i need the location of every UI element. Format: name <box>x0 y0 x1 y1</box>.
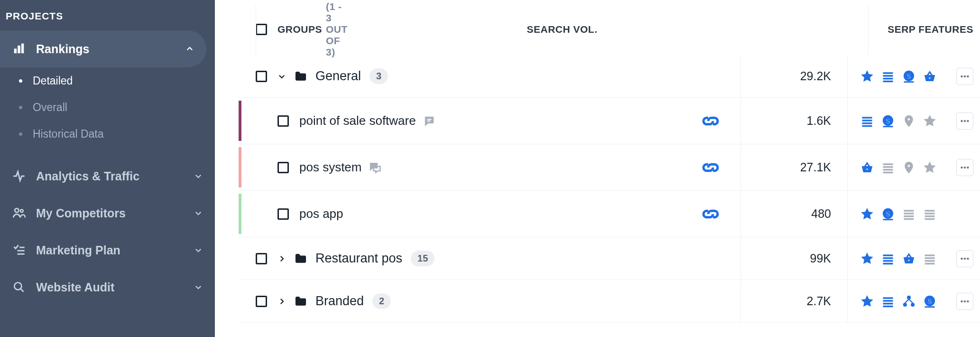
row-checkbox[interactable] <box>256 296 267 307</box>
cell-search-vol: 29.2K <box>740 55 847 97</box>
sidebar-item-label: Rankings <box>36 42 90 56</box>
lines-icon <box>881 69 895 84</box>
dot-icon <box>19 79 22 83</box>
checklist-icon <box>12 243 26 257</box>
lines-icon <box>923 252 937 266</box>
sitelinks-icon <box>902 294 916 309</box>
chat-icon[interactable] <box>423 114 436 128</box>
cell-serp-features <box>847 144 980 190</box>
keyword-row[interactable]: pos system 27.1K <box>239 144 980 191</box>
chevron-right-icon[interactable] <box>277 297 286 306</box>
main-panel: GROUPS (1 - 3 OUT OF 3) SEARCH VOL. SERP… <box>215 0 980 337</box>
sidebar-sub-label: Historical Data <box>33 128 104 140</box>
color-bar <box>239 101 241 141</box>
dollar-icon <box>881 207 895 221</box>
basket-icon <box>923 69 937 84</box>
sidebar-item-competitors[interactable]: My Competitors <box>0 195 215 232</box>
star-icon <box>860 207 874 221</box>
sidebar-item-label: Website Audit <box>36 281 114 294</box>
chevron-down-icon <box>194 172 203 180</box>
row-checkbox[interactable] <box>277 115 289 127</box>
cell-search-vol: 99K <box>740 237 847 280</box>
chevron-down-icon <box>194 209 203 217</box>
col-header-search-vol[interactable]: SEARCH VOL. <box>256 4 868 55</box>
group-row[interactable]: Branded 2 2.7K <box>239 280 980 323</box>
link-icon[interactable] <box>701 158 721 178</box>
chevron-right-icon[interactable] <box>277 254 286 263</box>
basket-icon <box>902 252 916 266</box>
dollar-icon <box>902 69 916 84</box>
table-header: GROUPS (1 - 3 OUT OF 3) SEARCH VOL. SERP… <box>239 4 980 55</box>
sidebar-item-label: My Competitors <box>36 206 126 220</box>
keyword-name: pos app <box>299 206 343 221</box>
keyword-row[interactable]: point of sale software 1.6K <box>239 98 980 144</box>
cell-serp-features <box>847 237 980 280</box>
star-icon <box>860 252 874 266</box>
group-count-badge: 3 <box>370 68 388 84</box>
sidebar-sub-historical[interactable]: Historical Data <box>0 121 215 147</box>
chevron-up-icon <box>185 45 194 53</box>
sidebar-item-label: Analytics & Traffic <box>36 169 139 183</box>
col-header-serp-features[interactable]: SERP FEATURES <box>868 4 980 55</box>
folder-icon <box>294 69 308 84</box>
chevron-down-icon <box>194 246 203 254</box>
more-button[interactable] <box>956 293 973 310</box>
group-row[interactable]: Restaurant pos 15 99K <box>239 237 980 280</box>
people-icon <box>12 206 26 220</box>
sidebar: PROJECTS Rankings Detailed Overall Histo… <box>0 0 215 337</box>
dot-icon <box>19 106 22 109</box>
dollar-icon <box>881 114 895 128</box>
row-checkbox[interactable] <box>256 253 267 264</box>
sidebar-item-rankings[interactable]: Rankings <box>0 30 206 67</box>
bars-icon <box>12 42 26 56</box>
star-icon <box>923 114 937 128</box>
lines-icon <box>881 160 895 175</box>
group-name: General <box>315 69 361 84</box>
cell-search-vol: 1.6K <box>740 98 847 144</box>
chevron-down-icon[interactable] <box>277 72 286 81</box>
keyword-name: point of sale software <box>299 113 416 128</box>
cell-serp-features <box>847 98 980 144</box>
group-row[interactable]: General 3 29.2K <box>239 55 980 98</box>
more-button[interactable] <box>956 250 973 267</box>
row-checkbox[interactable] <box>277 162 289 173</box>
row-checkbox[interactable] <box>277 208 289 220</box>
lines-icon <box>923 207 937 221</box>
sidebar-item-analytics[interactable]: Analytics & Traffic <box>0 158 215 195</box>
star-icon <box>860 69 874 84</box>
sidebar-sub-overall[interactable]: Overall <box>0 94 215 121</box>
chats-icon[interactable] <box>369 161 382 174</box>
star-icon <box>860 294 874 309</box>
basket-icon <box>860 160 874 175</box>
group-name: Restaurant pos <box>315 251 402 266</box>
color-bar <box>239 147 241 187</box>
sidebar-sub-label: Overall <box>33 101 67 114</box>
group-name: Branded <box>315 294 364 309</box>
link-icon[interactable] <box>701 204 721 224</box>
keyword-row[interactable]: pos app 480 <box>239 191 980 237</box>
cell-search-vol: 480 <box>740 191 847 237</box>
cell-serp-features <box>847 280 980 322</box>
sidebar-item-marketing-plan[interactable]: Marketing Plan <box>0 232 215 269</box>
sidebar-item-label: Marketing Plan <box>36 243 120 257</box>
star-icon <box>923 160 937 175</box>
lines-icon <box>902 207 916 221</box>
group-count-badge: 2 <box>372 293 391 309</box>
lines-icon <box>860 114 874 128</box>
pin-icon <box>902 114 916 128</box>
link-icon[interactable] <box>701 111 721 131</box>
sidebar-sub-detailed[interactable]: Detailed <box>0 67 215 94</box>
keyword-name: pos system <box>299 160 362 175</box>
folder-icon <box>294 252 308 266</box>
more-button[interactable] <box>956 68 973 85</box>
more-button[interactable] <box>956 112 973 130</box>
dot-icon <box>19 132 22 136</box>
search-icon <box>12 281 26 294</box>
cell-serp-features <box>847 55 980 97</box>
row-checkbox[interactable] <box>256 71 267 82</box>
dollar-icon <box>923 294 937 309</box>
sidebar-item-website-audit[interactable]: Website Audit <box>0 269 215 306</box>
more-button[interactable] <box>956 159 973 176</box>
lines-icon <box>881 252 895 266</box>
color-bar <box>239 194 241 234</box>
